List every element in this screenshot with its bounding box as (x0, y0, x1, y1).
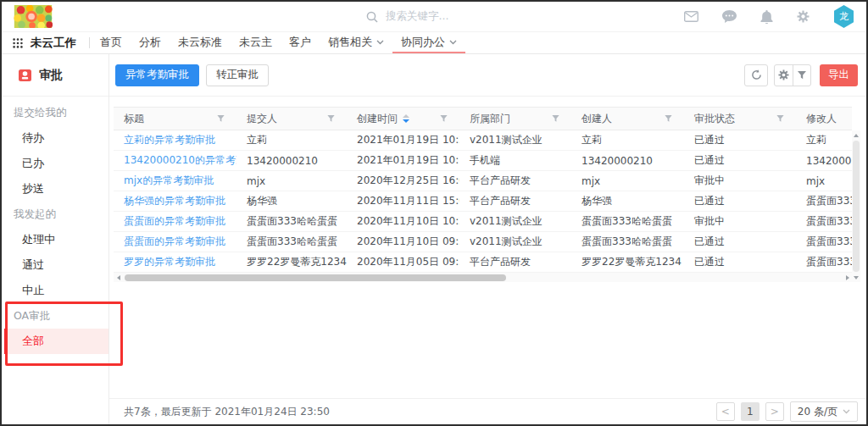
sidebar-item[interactable]: 中止 (2, 278, 108, 303)
horizontal-scrollbar[interactable] (114, 273, 852, 282)
filter-button[interactable] (793, 65, 810, 86)
global-search-input[interactable]: 搜索关键字... (366, 2, 448, 31)
nav-item-label: 协同办公 (401, 35, 445, 50)
table-wrapper: 标题提交人创建时间所属部门创建人审批状态修改人 立莉的异常考勤审批立莉2021年… (114, 107, 852, 282)
sidebar-item[interactable]: 通过 (2, 252, 108, 278)
prev-page-button[interactable]: < (716, 402, 735, 421)
sidebar-item[interactable]: 已办 (2, 151, 108, 176)
nav-item-label: 未云主 (239, 35, 272, 50)
row-cell: 审批中 (684, 171, 796, 191)
column-header[interactable]: 标题 (114, 108, 236, 130)
column-filter-icon[interactable] (216, 114, 225, 124)
sort-asc-icon[interactable] (403, 114, 409, 118)
row-title-link[interactable]: mjx的异常考勤审批 (114, 171, 236, 191)
row-cell: 蛋蛋面333哈哈蛋蛋 (796, 191, 852, 212)
column-filter-icon[interactable] (326, 114, 336, 124)
sidebar-item[interactable]: 全部 (4, 329, 108, 354)
page-size-select[interactable]: 20 条/页 (790, 401, 858, 422)
table-row: 13420000210的异常考勤审批134200002102021年01月19日… (114, 151, 852, 171)
nav-item[interactable]: 客户 (281, 32, 320, 53)
row-cell: 立莉 (571, 130, 684, 151)
search-icon (366, 11, 378, 23)
column-header[interactable]: 提交人 (236, 108, 347, 130)
nav-item[interactable]: 未云标准 (170, 32, 231, 53)
workspace-title[interactable]: 未云工作 (31, 36, 76, 51)
export-button[interactable]: 导出 (820, 64, 858, 86)
gear-icon (778, 69, 789, 80)
toolbar-actions: 导出 (744, 64, 858, 86)
column-settings-button[interactable] (775, 65, 793, 86)
row-title-link[interactable]: 蛋蛋面的异常考勤审批 (114, 232, 236, 252)
column-filter-icon[interactable] (551, 114, 560, 124)
tab-button[interactable]: 转正审批 (206, 64, 269, 86)
nav-left: 未云工作 (13, 32, 92, 53)
column-filter-icon[interactable] (664, 114, 673, 124)
nav-item[interactable]: 销售相关 (320, 32, 392, 53)
search-placeholder: 搜索关键字... (386, 9, 448, 24)
sidebar-section-header: 我发起的 (2, 202, 108, 227)
row-title-link[interactable]: 13420000210的异常考勤审批 (114, 151, 236, 171)
nav-item[interactable]: 协同办公 (392, 32, 465, 53)
sort-control[interactable] (403, 114, 409, 123)
main-panel: 异常考勤审批转正审批 导出 (109, 54, 866, 424)
sidebar-header: 审批 (2, 54, 108, 97)
table-row: mjx的异常考勤审批mjx2020年12月25日 16:04平台产品研发mjx审… (114, 171, 852, 191)
nav-item[interactable]: 分析 (131, 32, 170, 53)
table-row: 蛋蛋面的异常考勤审批蛋蛋面333哈哈蛋蛋2020年11月10日 09:56v20… (114, 232, 852, 252)
table-row: 蛋蛋面的异常考勤审批蛋蛋面333哈哈蛋蛋2020年11月10日 10:24v20… (114, 212, 852, 232)
app-logo-image[interactable] (14, 5, 53, 28)
row-title-link[interactable]: 罗罗的异常考勤审批 (114, 252, 236, 273)
row-title-link[interactable]: 蛋蛋面的异常考勤审批 (114, 212, 236, 232)
table-header-row: 标题提交人创建时间所属部门创建人审批状态修改人 (114, 108, 852, 130)
row-cell: mjx (236, 171, 347, 191)
scroll-left-icon[interactable] (114, 273, 123, 282)
refresh-button[interactable] (744, 64, 768, 86)
hscroll-track[interactable] (123, 273, 843, 282)
column-filter-icon[interactable] (439, 114, 448, 124)
next-page-button[interactable]: > (765, 402, 784, 421)
column-filter-icon[interactable] (776, 114, 785, 124)
chat-icon[interactable] (722, 10, 737, 23)
main-nav-bar: 未云工作 首页分析未云标准未云主客户销售相关协同办公 (2, 32, 866, 54)
column-header[interactable]: 创建时间 (347, 108, 459, 130)
mail-icon[interactable] (684, 11, 698, 22)
scroll-down-icon[interactable] (854, 273, 859, 282)
column-header[interactable]: 修改人 (796, 108, 852, 130)
column-header[interactable]: 所属部门 (459, 108, 571, 130)
settings-gear-icon[interactable] (797, 10, 810, 23)
hscroll-thumb[interactable] (125, 274, 506, 281)
user-avatar[interactable]: 龙 (833, 5, 854, 28)
approvals-table: 标题提交人创建时间所属部门创建人审批状态修改人 立莉的异常考勤审批立莉2021年… (114, 107, 852, 273)
current-page[interactable]: 1 (741, 402, 760, 421)
column-header[interactable]: 审批状态 (684, 108, 796, 130)
row-title-link[interactable]: 杨华强的异常考勤审批 (114, 191, 236, 212)
row-cell: 2020年11月10日 09:56 (347, 232, 459, 252)
row-cell: 蛋蛋面333哈哈蛋蛋 (571, 212, 684, 232)
tab-button[interactable]: 异常考勤审批 (115, 64, 199, 86)
sort-desc-icon[interactable] (403, 119, 409, 123)
vscroll-thumb[interactable] (853, 141, 860, 272)
column-label: 创建时间 (357, 113, 398, 124)
pagination: < 1 > 20 条/页 (716, 401, 858, 422)
column-label: 创建人 (581, 113, 612, 124)
nav-item[interactable]: 未云主 (231, 32, 281, 53)
row-title-link[interactable]: 立莉的异常考勤审批 (114, 130, 236, 151)
nav-item-label: 首页 (100, 35, 122, 50)
sidebar-item[interactable]: 抄送 (2, 176, 108, 202)
scroll-right-icon[interactable] (843, 273, 852, 282)
vertical-scrollbar[interactable] (852, 130, 860, 282)
nav-item[interactable]: 首页 (92, 32, 131, 53)
table-row: 罗罗的异常考勤审批罗罗22罗曼蒂克12342020年11月05日 09:57平台… (114, 252, 852, 273)
scroll-up-icon[interactable] (854, 130, 859, 140)
bell-icon[interactable] (760, 10, 773, 24)
row-cell: 杨华强 (236, 191, 347, 212)
app-window: 搜索关键字... 龙 未云工作 首页分析未云标准未云 (0, 0, 868, 426)
row-cell: 蛋蛋面333哈哈蛋蛋 (796, 232, 852, 252)
row-cell: 已通过 (684, 191, 796, 212)
column-header[interactable]: 创建人 (571, 108, 684, 130)
sidebar-item[interactable]: 待办 (2, 125, 108, 151)
apps-grid-icon[interactable] (13, 38, 23, 48)
page-size-value: 20 条/页 (798, 405, 837, 419)
top-icon-group: 龙 (684, 5, 854, 28)
sidebar-item[interactable]: 处理中 (2, 227, 108, 252)
